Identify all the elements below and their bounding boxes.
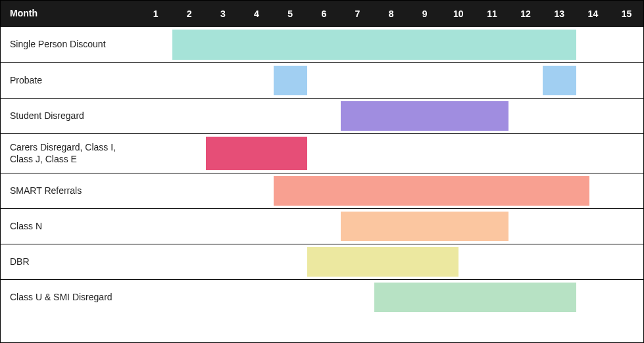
task-label: Probate: [1, 63, 139, 98]
month-tick: 3: [206, 9, 239, 19]
task-bar: [274, 176, 590, 206]
gantt-row: Class N: [1, 208, 643, 244]
gantt-chart: Month 123456789101112131415 Single Perso…: [0, 0, 644, 343]
task-bar-area: [139, 173, 643, 208]
gantt-row: SMART Referrals: [1, 173, 643, 208]
task-bar: [374, 283, 576, 312]
month-ticks: 123456789101112131415: [139, 1, 643, 27]
task-bar-area: [139, 209, 643, 244]
task-label: Class U & SMI Disregard: [1, 280, 139, 315]
task-bar-area: [139, 244, 643, 279]
task-label: SMART Referrals: [1, 173, 139, 208]
task-label: Student Disregard: [1, 99, 139, 133]
month-tick: 14: [576, 9, 610, 19]
gantt-row: Student Disregard: [1, 98, 643, 133]
gantt-row: DBR: [1, 244, 643, 279]
x-axis-label: Month: [1, 8, 139, 20]
month-tick: 8: [374, 9, 408, 19]
gantt-row: Carers Disregard, Class I, Class J, Clas…: [1, 133, 643, 173]
month-tick: 15: [610, 9, 643, 19]
month-tick: 5: [274, 9, 307, 19]
task-bar-area: [139, 63, 643, 98]
month-tick: 2: [172, 9, 206, 19]
task-bar-area: [139, 27, 643, 62]
task-bar: [543, 66, 576, 95]
task-bar: [307, 247, 458, 277]
month-tick: 11: [475, 9, 508, 19]
month-tick: 9: [408, 9, 441, 19]
month-tick: 7: [341, 9, 374, 19]
gantt-row: Probate: [1, 62, 643, 98]
task-bar-area: [139, 134, 643, 173]
task-bar: [341, 212, 509, 241]
task-label: Single Person Discount: [1, 27, 139, 62]
gantt-row: Single Person Discount: [1, 27, 643, 62]
month-tick: 12: [509, 9, 543, 19]
task-label: Class N: [1, 209, 139, 244]
month-tick: 6: [307, 9, 341, 19]
task-bar: [341, 101, 509, 131]
task-bar: [172, 30, 576, 60]
month-tick: 4: [239, 9, 273, 19]
gantt-row: Class U & SMI Disregard: [1, 279, 643, 315]
month-tick: 13: [543, 9, 576, 19]
task-bar: [274, 66, 307, 95]
month-tick: 1: [139, 9, 172, 19]
task-bar-area: [139, 280, 643, 315]
task-bar-area: [139, 99, 643, 133]
gantt-header: Month 123456789101112131415: [1, 1, 643, 27]
task-bar: [206, 137, 307, 170]
task-label: DBR: [1, 244, 139, 279]
gantt-rows: Single Person DiscountProbateStudent Dis…: [1, 27, 643, 315]
task-label: Carers Disregard, Class I, Class J, Clas…: [1, 134, 139, 173]
month-tick: 10: [441, 9, 475, 19]
